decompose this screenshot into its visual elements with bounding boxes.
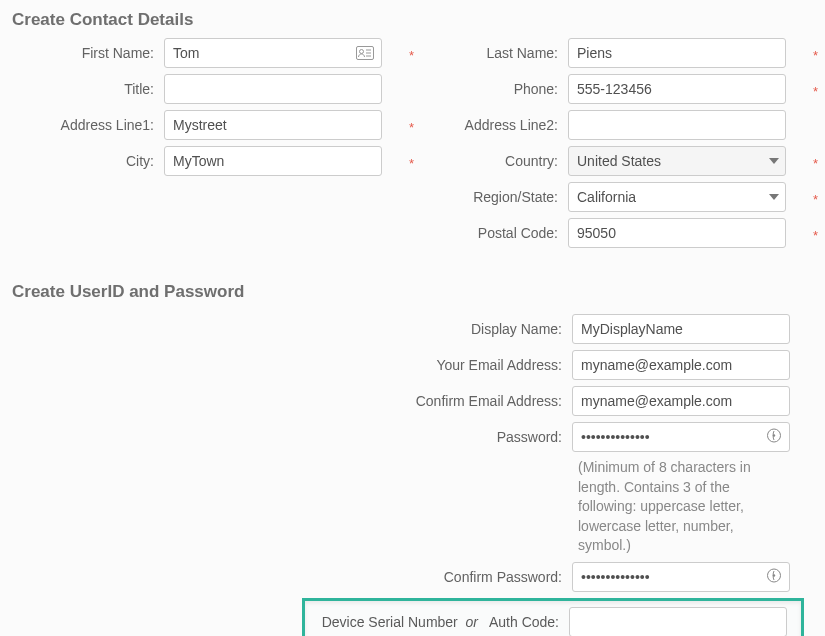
device-auth-label: Device Serial Number or Auth Code: [313,614,569,630]
chevron-down-icon [769,158,779,164]
display-name-label: Display Name: [12,321,572,337]
confirm-password-input[interactable] [572,562,790,592]
device-auth-row: Device Serial Number or Auth Code: [313,607,793,636]
address2-input[interactable] [568,110,786,140]
address1-input[interactable] [164,110,382,140]
password-row: Password: * [12,422,818,452]
phone-input[interactable] [568,74,786,104]
email-label: Your Email Address: [12,357,572,373]
first-name-label: First Name: [12,45,164,61]
account-section: Display Name: * Your Email Address: * Co… [12,314,818,592]
required-marker: * [813,84,818,99]
postal-row: Postal Code: * [416,218,806,248]
confirm-email-row: Confirm Email Address: * [12,386,818,416]
postal-input[interactable] [568,218,786,248]
svg-point-6 [773,434,775,436]
last-name-row: Last Name: * [416,38,806,68]
required-marker: * [813,48,818,63]
address2-label: Address Line2: [416,117,568,133]
email-input[interactable] [572,350,790,380]
country-select-value: United States [577,153,763,169]
title-input[interactable] [164,74,382,104]
required-marker: * [409,120,414,135]
svg-point-8 [773,574,775,576]
contact-right-column: Last Name: * Phone: * Address Line2: Cou… [416,38,806,254]
required-marker: * [813,192,818,207]
last-name-label: Last Name: [416,45,568,61]
password-input[interactable] [572,422,790,452]
region-select-value: California [577,189,763,205]
password-hint-text: (Minimum of 8 characters in length. Cont… [578,458,783,556]
email-row: Your Email Address: * [12,350,818,380]
country-row: Country: United States * [416,146,806,176]
country-label: Country: [416,153,568,169]
contact-columns: First Name: * Title: Address Line1: * C [12,38,813,254]
city-input[interactable] [164,146,382,176]
required-marker: * [813,228,818,243]
contact-section-title: Create Contact Details [12,10,813,30]
password-label: Password: [12,429,572,445]
password-hint-row: (Minimum of 8 characters in length. Cont… [12,458,818,556]
region-select[interactable]: California [568,182,786,212]
address1-label: Address Line1: [12,117,164,133]
address1-row: Address Line1: * [12,110,402,140]
display-name-input[interactable] [572,314,790,344]
password-reveal-icon[interactable] [766,428,782,447]
contact-left-column: First Name: * Title: Address Line1: * C [12,38,402,182]
title-label: Title: [12,81,164,97]
postal-label: Postal Code: [416,225,568,241]
phone-label: Phone: [416,81,568,97]
password-reveal-icon[interactable] [766,567,782,586]
address2-row: Address Line2: [416,110,806,140]
display-name-row: Display Name: * [12,314,818,344]
region-label: Region/State: [416,189,568,205]
required-marker: * [813,156,818,171]
city-label: City: [12,153,164,169]
required-marker: * [409,156,414,171]
confirm-password-row: Confirm Password: * [12,562,818,592]
account-section-title: Create UserID and Password [12,282,813,302]
title-row: Title: [12,74,402,104]
country-select[interactable]: United States [568,146,786,176]
city-row: City: * [12,146,402,176]
confirm-email-input[interactable] [572,386,790,416]
chevron-down-icon [769,194,779,200]
required-marker: * [409,48,414,63]
device-auth-input[interactable] [569,607,787,636]
confirm-email-label: Confirm Email Address: [12,393,572,409]
last-name-input[interactable] [568,38,786,68]
region-row: Region/State: California * [416,182,806,212]
device-sales-box: Device Serial Number or Auth Code: Sales… [302,598,804,636]
first-name-input[interactable] [164,38,382,68]
phone-row: Phone: * [416,74,806,104]
first-name-row: First Name: * [12,38,402,68]
confirm-password-label: Confirm Password: [12,569,572,585]
